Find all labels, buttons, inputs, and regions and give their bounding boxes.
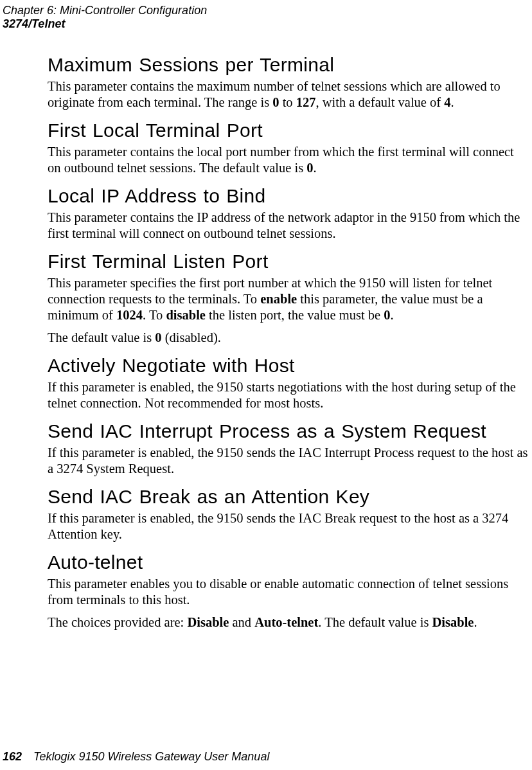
choice-auto-telnet: Auto-telnet [254,615,318,629]
paragraph: The default value is 0 (disabled). [48,330,528,346]
value-default: 4 [444,95,450,109]
choice-disable: Disable [187,615,229,629]
heading-iac-break: Send IAC Break as an Attention Key [48,486,528,508]
text: . [390,308,393,322]
text: to [279,95,296,109]
heading-actively-negotiate: Actively Negotiate with Host [48,355,528,377]
page-number: 162 [3,750,22,763]
header-chapter: Chapter 6: Mini-Controller Configuration [3,4,207,17]
text: . [314,161,317,175]
value-default: 0 [306,161,313,175]
paragraph: This parameter contains the maximum numb… [48,78,528,111]
page-footer: 162Teklogix 9150 Wireless Gateway User M… [3,750,269,764]
text: . To [143,308,166,322]
heading-first-listen-port: First Terminal Listen Port [48,251,528,273]
paragraph: The choices provided are: Disable and Au… [48,614,528,631]
text: The default value is [48,330,155,345]
keyword-disable: disable [166,308,206,322]
value-default: 0 [155,330,161,345]
text: . The default value is [318,615,432,629]
heading-auto-telnet: Auto-telnet [48,551,528,573]
keyword-enable: enable [260,292,297,306]
heading-local-ip-bind: Local IP Address to Bind [48,185,528,207]
heading-first-local-port: First Local Terminal Port [48,120,528,141]
text: the listen port, the value must be [206,308,384,322]
text: . [474,615,477,629]
value-default: Disable [432,615,474,629]
paragraph: This parameter specifies the first port … [48,275,528,323]
value-range-min: 0 [272,95,279,109]
text: , with a default value of [315,95,444,109]
paragraph: If this parameter is enabled, the 9150 s… [48,510,528,542]
page: Chapter 6: Mini-Controller Configuration… [0,0,532,770]
paragraph: This parameter contains the local port n… [48,144,528,176]
text: The choices provided are: [48,615,187,629]
header-section: 3274/Telnet [3,17,207,31]
value-range-max: 127 [296,95,316,109]
paragraph: This parameter contains the IP address o… [48,210,528,242]
footer-title: Teklogix 9150 Wireless Gateway User Manu… [33,750,269,763]
text: This parameter contains the local port n… [48,145,514,175]
content-area: Maximum Sessions per Terminal This param… [48,45,528,637]
value-zero: 0 [384,308,390,322]
paragraph: If this parameter is enabled, the 9150 s… [48,379,528,411]
heading-iac-interrupt: Send IAC Interrupt Process as a System R… [48,420,528,442]
text: . [451,95,454,109]
paragraph: This parameter enables you to disable or… [48,576,528,608]
running-header: Chapter 6: Mini-Controller Configuration… [3,4,207,30]
text: (disabled). [162,330,221,345]
paragraph: If this parameter is enabled, the 9150 s… [48,445,528,477]
heading-max-sessions: Maximum Sessions per Terminal [48,54,528,76]
value-min: 1024 [116,308,143,322]
text: and [229,615,254,629]
